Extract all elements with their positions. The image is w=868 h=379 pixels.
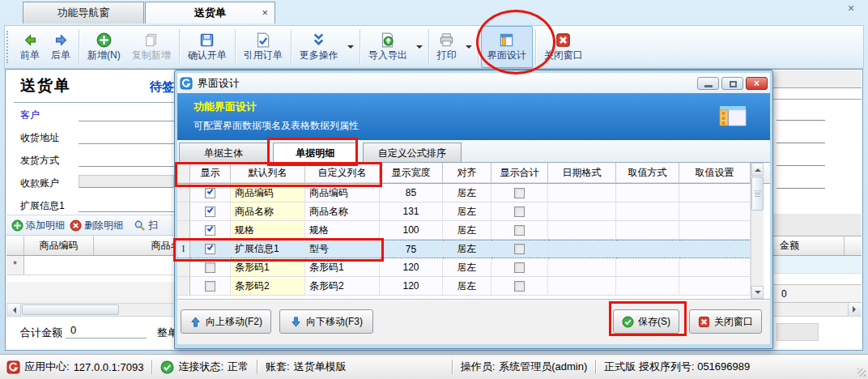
custom-name-cell[interactable]: 条形码1 — [305, 258, 380, 277]
ui-design-button[interactable]: 界面设计 — [481, 26, 533, 68]
tab-doc-main[interactable]: 单据主体 — [179, 143, 268, 163]
col-header-default-name[interactable]: 默认列名 — [231, 163, 305, 183]
date-format-cell[interactable] — [548, 240, 616, 258]
scroll-right-button[interactable] — [848, 303, 862, 316]
confirm-button[interactable]: 确认开单 — [182, 26, 232, 68]
scroll-left-button[interactable] — [7, 304, 21, 316]
width-cell[interactable]: 131 — [380, 202, 443, 221]
value-setting-cell[interactable] — [679, 202, 751, 221]
resize-grip[interactable] — [857, 368, 866, 377]
table-row[interactable]: 商品编码 商品编码 85 居左 — [177, 184, 770, 202]
scrollbar-thumb[interactable] — [22, 304, 119, 315]
col-header-align[interactable]: 对齐 — [443, 163, 491, 183]
horizontal-scrollbar[interactable] — [6, 303, 176, 317]
add-detail-button[interactable]: 添加明细 — [6, 219, 65, 232]
width-cell[interactable]: 120 — [380, 258, 443, 277]
date-format-cell[interactable] — [548, 202, 616, 221]
col-header-value-setting[interactable]: 取值设置 — [679, 163, 751, 183]
tab-delivery-order[interactable]: 送货单 × — [145, 2, 275, 23]
import-export-button[interactable]: 导入导出 — [363, 26, 413, 68]
value-setting-cell[interactable] — [679, 258, 751, 277]
table-row[interactable]: 商品名称 商品名称 131 居左 — [177, 202, 770, 221]
custom-name-cell[interactable]: 规格 — [305, 221, 380, 240]
show-checkbox[interactable] — [205, 281, 215, 292]
col-header-width[interactable]: 显示宽度 — [380, 163, 443, 183]
dialog-titlebar[interactable]: 界面设计 × — [177, 73, 770, 93]
default-name-cell[interactable]: 扩展信息1 — [231, 240, 305, 258]
custom-name-cell[interactable]: 商品编码 — [305, 184, 380, 202]
more-actions-dropdown[interactable] — [344, 26, 357, 68]
table-row[interactable]: 条形码1 条形码1 120 居左 — [177, 258, 770, 277]
tab-close-icon[interactable]: × — [262, 2, 268, 23]
move-down-button[interactable]: 向下移动(F3) — [279, 309, 373, 334]
window-close-icon[interactable]: × — [844, 2, 858, 15]
dialog-maximize-button[interactable] — [721, 77, 743, 90]
scrollbar-thumb[interactable] — [751, 177, 764, 211]
show-total-checkbox[interactable] — [514, 188, 525, 198]
custom-name-cell[interactable]: 条形码2 — [305, 277, 380, 296]
table-row[interactable]: 条形码2 条形码2 120 居左 — [177, 277, 770, 296]
value-mode-cell[interactable] — [616, 202, 679, 221]
value-mode-cell[interactable] — [616, 240, 679, 258]
dialog-close-button[interactable]: × — [746, 77, 768, 90]
default-name-cell[interactable]: 商品编码 — [231, 184, 305, 202]
ship-method-input[interactable] — [79, 154, 174, 167]
tab-custom-formula-sort[interactable]: 自定义公式排序 — [363, 143, 462, 163]
default-name-cell[interactable]: 条形码2 — [231, 277, 305, 296]
next-doc-button[interactable]: 后单 — [45, 26, 76, 68]
more-actions-button[interactable]: 更多操作 — [294, 26, 344, 68]
align-cell[interactable]: 居左 — [443, 277, 491, 296]
custom-name-cell[interactable]: 商品名称 — [305, 202, 380, 221]
value-mode-cell[interactable] — [616, 277, 679, 296]
save-button[interactable]: 保存(S) — [613, 309, 679, 334]
value-mode-cell[interactable] — [616, 184, 679, 202]
scan-button[interactable]: 扫 — [129, 219, 160, 232]
width-cell[interactable]: 85 — [380, 184, 443, 202]
date-format-cell[interactable] — [548, 184, 616, 202]
col-header-show[interactable]: 显示 — [190, 163, 231, 183]
show-checkbox[interactable] — [205, 262, 215, 273]
width-cell[interactable]: 120 — [380, 277, 443, 296]
align-cell[interactable]: 居左 — [443, 202, 491, 221]
vertical-scrollbar[interactable] — [751, 163, 764, 299]
default-name-cell[interactable]: 商品名称 — [231, 202, 305, 221]
col-header-date-format[interactable]: 日期格式 — [548, 163, 616, 183]
align-cell[interactable]: 居左 — [443, 221, 491, 240]
print-dropdown[interactable] — [462, 26, 475, 68]
copy-new-button[interactable]: 复制新增 — [126, 26, 177, 68]
close-window-button[interactable]: 关闭窗口 — [538, 26, 589, 68]
right-field-input[interactable] — [777, 143, 825, 143]
value-setting-cell[interactable] — [679, 184, 751, 202]
new-button[interactable]: 新增(N) — [82, 26, 126, 68]
default-name-cell[interactable]: 规格 — [231, 221, 305, 240]
detail-grid-new-row[interactable]: * — [6, 256, 177, 275]
print-button[interactable]: 打印 — [432, 26, 462, 68]
align-cell[interactable]: 居左 — [443, 184, 491, 202]
receive-account-input[interactable] — [79, 175, 174, 188]
scroll-down-button[interactable] — [751, 286, 764, 299]
tab-doc-detail[interactable]: 单据明细 — [273, 143, 357, 163]
ref-order-button[interactable]: 引用订单 — [238, 26, 288, 68]
width-cell[interactable]: 75 — [380, 240, 443, 258]
value-setting-cell[interactable] — [679, 221, 751, 240]
customer-input[interactable] — [79, 109, 174, 121]
show-total-checkbox[interactable] — [514, 281, 525, 292]
value-setting-cell[interactable] — [679, 240, 751, 258]
right-field-input[interactable] — [777, 188, 825, 189]
show-total-checkbox[interactable] — [514, 225, 525, 236]
value-mode-cell[interactable] — [616, 221, 679, 240]
col-header-value-mode[interactable]: 取值方式 — [616, 163, 679, 183]
default-name-cell[interactable]: 条形码1 — [231, 258, 305, 277]
move-up-button[interactable]: 向上移动(F2) — [181, 309, 271, 334]
horizontal-scrollbar-right[interactable] — [772, 303, 862, 317]
show-checkbox[interactable] — [205, 225, 215, 236]
value-mode-cell[interactable] — [616, 258, 679, 277]
date-format-cell[interactable] — [548, 221, 616, 240]
import-export-dropdown[interactable] — [413, 26, 426, 68]
ship-address-input[interactable] — [79, 131, 174, 144]
show-checkbox[interactable] — [205, 244, 215, 254]
col-header-show-total[interactable]: 显示合计 — [491, 163, 548, 183]
prev-doc-button[interactable]: 前单 — [15, 26, 45, 68]
show-checkbox[interactable] — [205, 188, 215, 198]
value-setting-cell[interactable] — [679, 277, 751, 296]
